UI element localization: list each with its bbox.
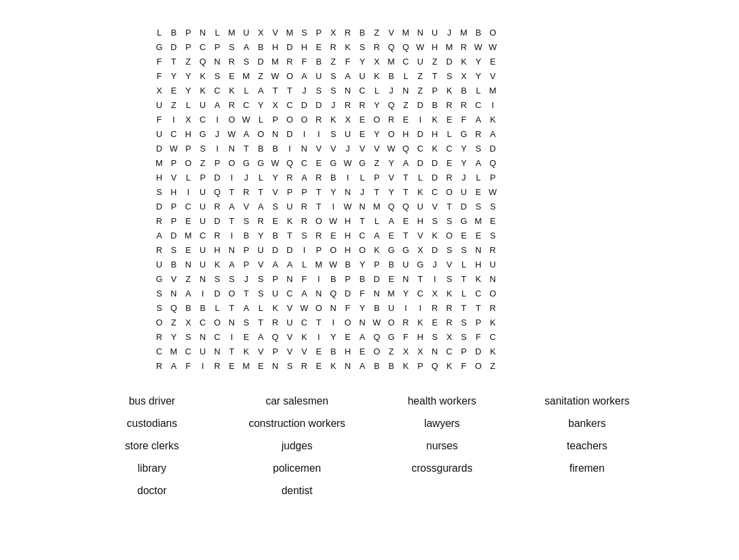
grid-cell: R [283, 54, 297, 69]
grid-cell: O [181, 155, 196, 170]
grid-cell: E [384, 228, 399, 242]
grid-cell: M [239, 358, 254, 373]
grid-cell [544, 228, 558, 242]
grid-cell: L [355, 170, 370, 184]
grid-cell: I [196, 286, 210, 300]
grid-cell: S [428, 329, 442, 344]
grid-cell: A [225, 199, 239, 213]
grid-cell: C [486, 329, 500, 344]
grid-cell: J [239, 170, 254, 184]
grid-cell: Q [167, 300, 181, 315]
grid-cell: Z [254, 69, 268, 83]
grid-cell: G [457, 126, 471, 141]
grid-cell: R [283, 170, 297, 184]
grid-cell [529, 271, 544, 286]
grid-cell: A [355, 329, 370, 344]
grid-cell: S [442, 271, 457, 286]
grid-cell: U [268, 286, 283, 300]
grid-cell: B [312, 54, 326, 69]
grid-cell: M [370, 199, 384, 213]
grid-cell: R [486, 300, 500, 315]
grid-cell: C [196, 112, 210, 126]
grid-cell: D [428, 170, 442, 184]
grid-cell: U [312, 69, 326, 83]
grid-cell [515, 184, 529, 199]
word-search-grid: LBPNLMUXVMSPXRBZVMNUJMBOGDPCPSABHDHERKSR… [152, 25, 587, 373]
grid-cell [515, 141, 529, 155]
grid-cell [529, 184, 544, 199]
grid-cell: K [283, 213, 297, 228]
grid-cell: V [326, 141, 341, 155]
grid-cell: D [486, 141, 500, 155]
grid-cell: U [413, 54, 428, 69]
grid-cell: T [268, 83, 283, 98]
grid-cell: L [210, 300, 225, 315]
grid-cell: T [254, 315, 268, 329]
grid-cell: N [196, 25, 210, 40]
grid-cell: S [196, 141, 210, 155]
grid-cell: C [210, 329, 225, 344]
grid-cell: G [384, 242, 399, 257]
grid-cell: W [268, 155, 283, 170]
grid-cell: L [297, 257, 312, 271]
grid-cell [544, 112, 558, 126]
grid-cell: H [268, 40, 283, 54]
grid-cell [558, 126, 573, 141]
grid-cell: E [355, 126, 370, 141]
grid-cell: Z [167, 315, 181, 329]
grid-cell: K [486, 112, 500, 126]
grid-cell: R [326, 40, 341, 54]
grid-cell: P [457, 344, 471, 358]
grid-cell [515, 170, 529, 184]
grid-cell [573, 83, 587, 98]
grid-cell: I [413, 300, 428, 315]
grid-cell: D [268, 242, 283, 257]
grid-cell: I [297, 126, 312, 141]
grid-cell: Z [370, 155, 384, 170]
grid-cell: F [399, 329, 413, 344]
grid-cell: M [268, 54, 283, 69]
grid-cell: Z [196, 155, 210, 170]
word-item: lawyers [370, 415, 515, 432]
grid-cell [515, 69, 529, 83]
grid-cell: E [399, 213, 413, 228]
grid-cell [529, 155, 544, 170]
grid-cell: G [399, 242, 413, 257]
grid-cell: U [428, 25, 442, 40]
grid-cell [573, 329, 587, 344]
grid-cell: S [312, 83, 326, 98]
grid-cell: O [283, 69, 297, 83]
grid-cell: P [268, 112, 283, 126]
grid-cell: T [167, 54, 181, 69]
grid-cell: S [486, 228, 500, 242]
grid-cell: W [239, 112, 254, 126]
grid-cell [515, 228, 529, 242]
grid-cell: O [341, 315, 355, 329]
grid-cell: J [297, 83, 312, 98]
grid-cell: S [268, 199, 283, 213]
grid-cell: C [413, 286, 428, 300]
grid-cell: A [283, 257, 297, 271]
grid-cell [515, 25, 529, 40]
grid-cell: V [428, 199, 442, 213]
grid-cell: X [413, 242, 428, 257]
grid-cell: X [399, 344, 413, 358]
grid-cell [558, 141, 573, 155]
grid-cell: W [370, 315, 384, 329]
grid-cell [558, 286, 573, 300]
grid-cell: B [239, 228, 254, 242]
word-item: store clerks [80, 437, 225, 455]
word-item: firemen [515, 460, 660, 477]
grid-cell: Z [413, 69, 428, 83]
grid-cell [500, 126, 515, 141]
grid-cell [558, 199, 573, 213]
grid-cell: L [239, 83, 254, 98]
grid-cell: R [297, 213, 312, 228]
grid-cell: N [225, 242, 239, 257]
grid-cell: Z [181, 54, 196, 69]
grid-cell [529, 213, 544, 228]
grid-cell: O [442, 184, 457, 199]
grid-cell: L [471, 83, 486, 98]
grid-cell: K [442, 83, 457, 98]
grid-cell [500, 184, 515, 199]
